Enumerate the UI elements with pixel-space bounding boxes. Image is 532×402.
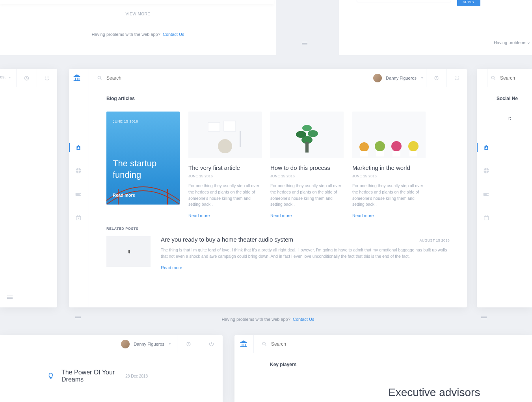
- svg-point-28: [491, 76, 494, 79]
- svg-point-30: [262, 342, 265, 345]
- related-title[interactable]: Are you ready to buy a home theater audi…: [161, 236, 293, 243]
- related-posts-label: RELATED POSTS: [106, 227, 450, 231]
- svg-rect-23: [392, 151, 400, 156]
- svg-rect-27: [128, 250, 130, 253]
- sidebar-item-analytics[interactable]: [482, 167, 490, 175]
- sidebar-item-analytics[interactable]: [74, 167, 82, 175]
- alarm-icon[interactable]: [177, 335, 200, 353]
- svg-rect-24: [409, 151, 417, 156]
- item-date: 28 Dec 2018: [125, 374, 148, 378]
- svg-point-18: [375, 141, 385, 151]
- logo-icon[interactable]: [73, 74, 81, 82]
- svg-rect-7: [224, 121, 236, 131]
- footer-help: Having problems with the web app? Contac…: [0, 32, 276, 45]
- section-title: Key players: [234, 353, 532, 367]
- footer-help-text: Having problems with the web app?: [222, 317, 290, 322]
- svg-point-12: [296, 131, 306, 138]
- svg-point-1: [98, 76, 100, 79]
- coupon-input[interactable]: [357, 0, 451, 2]
- article-date: JUNE 15 2016: [352, 174, 426, 178]
- feature-title: The startup funding: [113, 158, 173, 181]
- search-wrap: [487, 69, 532, 87]
- article-card: Marketing in the world JUNE 15 2016 For …: [352, 112, 426, 219]
- user-chip[interactable]: Danny Figueros ▾: [373, 74, 426, 82]
- text-stub: D: [508, 116, 512, 121]
- item-title: The Power Of Your Dreams: [61, 369, 118, 383]
- search-wrap: [253, 335, 532, 353]
- sidebar-item-calendar[interactable]: [482, 214, 490, 222]
- power-icon[interactable]: [200, 335, 223, 353]
- user-name: Danny Figueros: [134, 342, 164, 346]
- svg-rect-15: [305, 142, 309, 153]
- contact-us-link[interactable]: Contact Us: [163, 32, 184, 37]
- article-title[interactable]: How to do this process: [270, 164, 344, 171]
- article-thumb[interactable]: [188, 112, 262, 158]
- article-card: The very first article JUNE 15 2016 For …: [188, 112, 262, 219]
- svg-point-20: [408, 141, 419, 151]
- menu-icon[interactable]: [7, 295, 13, 300]
- svg-point-13: [308, 130, 318, 137]
- content-area: Blog articles JUNE 15 2016 The startup f…: [89, 87, 467, 307]
- read-more-link[interactable]: Read more: [161, 265, 182, 270]
- sidebar: [69, 69, 89, 307]
- article-title[interactable]: The very first article: [188, 164, 262, 171]
- search-icon: [97, 75, 102, 81]
- svg-point-8: [218, 139, 232, 153]
- article-excerpt: For one thing they usually step all over…: [270, 183, 344, 208]
- contact-us-link[interactable]: Contact Us: [293, 317, 314, 322]
- search-wrap: [89, 75, 373, 81]
- article-excerpt: For one thing they usually step all over…: [188, 183, 262, 208]
- read-more-link[interactable]: Read more: [188, 213, 210, 218]
- feature-article-card[interactable]: JUNE 15 2016 The startup funding Read mo…: [106, 112, 180, 205]
- power-icon[interactable]: [37, 69, 57, 87]
- related-post: Are you ready to buy a home theater audi…: [106, 236, 450, 271]
- avatar: [373, 74, 382, 82]
- svg-rect-22: [376, 151, 384, 156]
- svg-rect-9: [240, 131, 241, 147]
- fragment-bottom-left: Danny Figueros ▾ The Power Of Your Dream…: [0, 335, 223, 402]
- related-date: AUGUST 15 2016: [419, 238, 450, 242]
- sidebar-item-profile[interactable]: [482, 144, 490, 152]
- feature-read-more[interactable]: Read more: [113, 193, 135, 197]
- clock-icon[interactable]: [16, 69, 37, 87]
- card-edge: [0, 0, 274, 4]
- svg-point-19: [391, 141, 402, 151]
- chevron-down-icon: ▾: [169, 342, 171, 346]
- sidebar-item-wallet[interactable]: [74, 190, 82, 198]
- search-input[interactable]: [271, 341, 350, 347]
- fragment-card-right: Social Ne D: [477, 69, 532, 307]
- apply-button[interactable]: APPLY: [457, 0, 480, 6]
- menu-icon[interactable]: [481, 315, 487, 320]
- list-item[interactable]: The Power Of Your Dreams 28 Dec 2018: [0, 369, 179, 383]
- sidebar-item-calendar[interactable]: [74, 214, 82, 222]
- article-thumb[interactable]: [352, 112, 426, 158]
- lightbulb-icon: [47, 372, 54, 380]
- page-heading: Executive advisors: [234, 374, 532, 399]
- sidebar-item-wallet[interactable]: [482, 190, 490, 198]
- search-icon: [491, 75, 496, 81]
- search-input[interactable]: [106, 75, 185, 81]
- footer-help-text: Having problems v: [494, 40, 530, 45]
- article-card: How to do this process JUNE 15 2016 For …: [270, 112, 344, 219]
- svg-rect-6: [208, 123, 220, 131]
- menu-icon[interactable]: [75, 315, 81, 320]
- section-title: Blog articles: [106, 96, 450, 101]
- search-input[interactable]: [500, 75, 532, 81]
- related-thumb[interactable]: [106, 236, 151, 267]
- fragment-bottom-right: Key players Executive advisors: [234, 335, 532, 402]
- power-icon[interactable]: [446, 69, 467, 87]
- user-chip[interactable]: Danny Figueros ▾: [121, 340, 174, 348]
- sidebar-item-profile[interactable]: [74, 144, 82, 152]
- menu-icon[interactable]: [302, 41, 307, 46]
- article-title[interactable]: Marketing in the world: [352, 164, 426, 171]
- read-more-link[interactable]: Read more: [270, 213, 292, 218]
- article-thumb[interactable]: [270, 112, 344, 158]
- user-name-stub: os. ▾: [0, 74, 11, 79]
- articles-row: JUNE 15 2016 The startup funding Read mo…: [106, 112, 450, 219]
- read-more-link[interactable]: Read more: [352, 213, 374, 218]
- alarm-icon[interactable]: [426, 69, 446, 87]
- view-more-link[interactable]: VIEW MORE: [0, 0, 276, 32]
- svg-rect-21: [360, 151, 368, 156]
- fragment-top-right: APPLY Having problems v: [339, 0, 532, 55]
- logo-icon[interactable]: [239, 340, 248, 348]
